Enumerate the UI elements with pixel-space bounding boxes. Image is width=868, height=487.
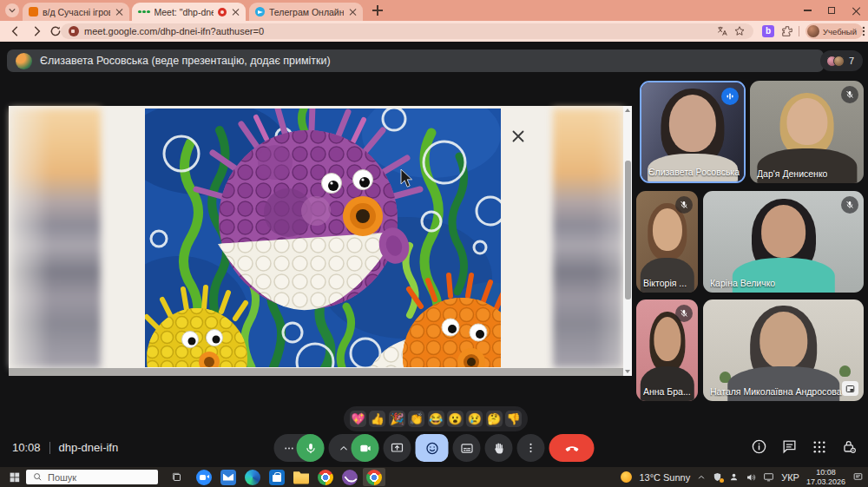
face <box>652 208 681 251</box>
extension-b-icon[interactable]: b <box>762 25 774 37</box>
network-icon[interactable] <box>763 471 774 483</box>
tab-search-button[interactable] <box>5 3 19 17</box>
system-tray: 13°C Sunny УКР 10:08 17.03.2026 <box>621 467 864 487</box>
scroll-down-icon[interactable] <box>625 370 630 373</box>
address-bar[interactable]: meet.google.com/dhp-dnei-ifn?authuser=0 <box>61 23 753 39</box>
camera-button-group[interactable] <box>329 434 379 462</box>
telegram-icon <box>255 7 265 16</box>
photo-blur-right <box>553 109 623 368</box>
face <box>669 95 716 152</box>
orange-app-icon <box>29 7 38 16</box>
taskbar-search[interactable]: Пошук <box>26 470 158 484</box>
reaction-heart[interactable]: 💖 <box>350 411 366 427</box>
extensions-puzzle-icon[interactable] <box>781 25 793 37</box>
chat-button[interactable] <box>781 438 798 455</box>
taskbar-app-chrome-active[interactable] <box>363 468 385 486</box>
reaction-thumbs-down[interactable]: 👎 <box>505 411 522 427</box>
raise-hand-button[interactable] <box>485 434 513 462</box>
captions-button[interactable] <box>453 434 481 462</box>
taskbar-time: 10:08 <box>816 468 836 477</box>
picture-in-picture-button[interactable] <box>842 381 858 396</box>
mic-options-button[interactable] <box>281 434 297 462</box>
profile-chip[interactable]: Учебный <box>806 23 863 39</box>
mic-off-icon <box>845 200 855 210</box>
search-placeholder: Пошук <box>48 472 76 483</box>
tab-telegram[interactable]: Телеграм Онлайн (неофициал <box>249 3 363 21</box>
participant-count: 7 <box>849 56 854 66</box>
start-button[interactable] <box>5 467 23 487</box>
taskbar-app-zoom[interactable] <box>193 468 215 486</box>
window-minimize-button[interactable] <box>795 0 819 21</box>
bookmark-star-icon[interactable] <box>733 25 746 37</box>
reaction-thumbs-up[interactable]: 👍 <box>369 411 385 427</box>
reactions-bar: 💖 👍 🎉 👏 😂 😮 😢 🤔 👎 <box>344 406 528 431</box>
taskbar-app-edge[interactable] <box>241 468 264 486</box>
mic-muted-indicator <box>841 86 858 103</box>
language-indicator[interactable]: УКР <box>781 472 799 483</box>
tile-participant-2[interactable]: Дар'я Денисенко <box>750 81 864 183</box>
browser-tabstrip: в/д Сучасні ігрові практики Д Meet: "dhp… <box>0 0 868 21</box>
taskbar-app-explorer[interactable] <box>290 468 312 486</box>
task-view-button[interactable] <box>167 467 187 487</box>
page-scrollbar[interactable] <box>623 106 632 376</box>
reactions-button[interactable] <box>416 434 449 462</box>
back-button[interactable] <box>9 24 23 38</box>
weather-sun-icon[interactable] <box>621 471 632 483</box>
new-tab-button[interactable] <box>372 4 384 16</box>
close-tab-icon[interactable] <box>115 8 123 16</box>
taskbar-app-mail[interactable] <box>217 468 240 486</box>
translate-icon[interactable] <box>716 25 728 37</box>
taskbar-app-chrome[interactable] <box>314 468 337 486</box>
meeting-details-button[interactable] <box>751 438 767 455</box>
taskbar-app-store[interactable] <box>266 468 288 486</box>
scroll-up-icon[interactable] <box>625 109 630 112</box>
tile-participant-6[interactable]: Наталя Миколаївна Андросова <box>703 299 864 401</box>
taskbar-clock[interactable]: 10:08 17.03.2026 <box>806 468 845 487</box>
more-options-button[interactable] <box>517 434 545 462</box>
tile-participant-3[interactable]: Вікторія ... <box>636 191 698 293</box>
reaction-cry[interactable]: 😢 <box>466 411 483 427</box>
window-close-button[interactable] <box>844 0 868 21</box>
tile-participant-1[interactable]: Єлизавета Росовська <box>640 81 746 183</box>
mic-muted-indicator <box>841 196 858 214</box>
tile-participant-5[interactable]: Анна Бра... <box>636 299 698 401</box>
scrollbar-thumb[interactable] <box>625 161 631 299</box>
close-tab-icon[interactable] <box>231 8 240 16</box>
horizontal-scrollbar[interactable] <box>9 368 623 376</box>
browser-menu-icon[interactable] <box>858 25 868 37</box>
tab-meet[interactable]: Meet: "dhp-dnei-ifn" <box>132 3 246 21</box>
onedrive-person-icon[interactable] <box>729 472 739 482</box>
security-shield-icon[interactable] <box>713 472 722 482</box>
browser-toolbar: meet.google.com/dhp-dnei-ifn?authuser=0 … <box>0 21 868 42</box>
close-slide-button[interactable] <box>509 127 528 146</box>
host-controls-button[interactable] <box>841 438 858 455</box>
plant-decor <box>839 365 851 377</box>
tab-classroom[interactable]: в/д Сучасні ігрові практики Д <box>23 3 129 21</box>
tile-participant-4[interactable]: Каріна Величко <box>703 191 864 293</box>
weather-text[interactable]: 13°C Sunny <box>639 472 690 483</box>
volume-icon[interactable] <box>746 472 756 483</box>
participant-count-badge[interactable]: 7 <box>820 50 863 71</box>
mic-button-group[interactable] <box>274 434 325 462</box>
taskbar-app-viber[interactable] <box>339 468 361 486</box>
meta-divider <box>49 442 50 454</box>
activities-grid-button[interactable] <box>812 439 827 455</box>
mic-toggle-button[interactable] <box>297 434 325 462</box>
camera-toggle-button[interactable] <box>352 434 379 462</box>
chrome-icon <box>366 470 382 485</box>
notification-center-icon[interactable] <box>852 471 864 483</box>
reaction-laugh[interactable]: 😂 <box>428 411 444 427</box>
reaction-party[interactable]: 🎉 <box>389 411 405 427</box>
tray-expand-icon[interactable] <box>697 473 706 482</box>
meeting-meta: 10:08 dhp-dnei-ifn <box>12 441 118 454</box>
windows-taskbar: Пошук 13°C Sunny УКР 10:08 17.03.2026 <box>0 467 868 487</box>
camera-options-button[interactable] <box>336 434 352 462</box>
present-screen-button[interactable] <box>384 434 411 462</box>
reaction-clap[interactable]: 👏 <box>408 411 424 427</box>
window-maximize-button[interactable] <box>819 0 844 21</box>
forward-button[interactable] <box>30 24 43 38</box>
reaction-surprised[interactable]: 😮 <box>447 411 464 427</box>
close-tab-icon[interactable] <box>348 8 357 16</box>
reaction-thinking[interactable]: 🤔 <box>486 411 503 427</box>
end-call-button[interactable] <box>549 434 595 462</box>
